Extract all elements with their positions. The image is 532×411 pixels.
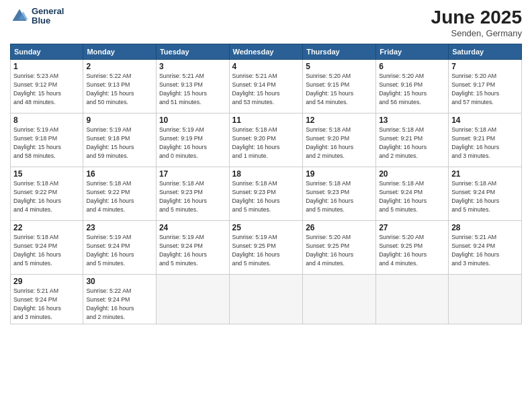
header-friday: Friday [376,44,449,60]
empty-cell-3 [303,275,376,324]
day-16: 16 Sunrise: 5:18 AMSunset: 9:22 PMDaylig… [83,167,157,221]
week-row-4: 22 Sunrise: 5:18 AMSunset: 9:24 PMDaylig… [11,221,522,275]
header: General Blue June 2025 Senden, Germany [10,7,522,38]
header-tuesday: Tuesday [156,44,229,60]
logo-line1: General [32,7,64,16]
day-28: 28 Sunrise: 5:21 AMSunset: 9:24 PMDaylig… [449,221,522,275]
header-wednesday: Wednesday [229,44,303,60]
calendar-page: General Blue June 2025 Senden, Germany S… [0,0,532,411]
day-8: 8 Sunrise: 5:19 AMSunset: 9:18 PMDayligh… [11,113,83,167]
day-2: 2 Sunrise: 5:22 AMSunset: 9:13 PMDayligh… [83,60,157,113]
day-13: 13 Sunrise: 5:18 AMSunset: 9:21 PMDaylig… [376,113,449,167]
day-25: 25 Sunrise: 5:19 AMSunset: 9:25 PMDaylig… [229,221,303,275]
day-17: 17 Sunrise: 5:18 AMSunset: 9:23 PMDaylig… [156,167,229,221]
day-21: 21 Sunrise: 5:18 AMSunset: 9:24 PMDaylig… [449,167,522,221]
day-11: 11 Sunrise: 5:18 AMSunset: 9:20 PMDaylig… [229,113,303,167]
day-15: 15 Sunrise: 5:18 AMSunset: 9:22 PMDaylig… [11,167,83,221]
day-7: 7 Sunrise: 5:20 AMSunset: 9:17 PMDayligh… [449,60,522,113]
day-19: 19 Sunrise: 5:18 AMSunset: 9:23 PMDaylig… [303,167,376,221]
day-23: 23 Sunrise: 5:19 AMSunset: 9:24 PMDaylig… [83,221,157,275]
day-9: 9 Sunrise: 5:19 AMSunset: 9:18 PMDayligh… [83,113,157,167]
week-row-1: 1 Sunrise: 5:23 AMSunset: 9:12 PMDayligh… [11,60,522,113]
day-29: 29 Sunrise: 5:21 AMSunset: 9:24 PMDaylig… [11,275,83,324]
day-6: 6 Sunrise: 5:20 AMSunset: 9:16 PMDayligh… [376,60,449,113]
empty-cell-4 [376,275,449,324]
day-1: 1 Sunrise: 5:23 AMSunset: 9:12 PMDayligh… [11,60,83,113]
weekday-header-row: Sunday Monday Tuesday Wednesday Thursday… [11,44,522,60]
day-22: 22 Sunrise: 5:18 AMSunset: 9:24 PMDaylig… [11,221,83,275]
day-10: 10 Sunrise: 5:19 AMSunset: 9:19 PMDaylig… [156,113,229,167]
header-monday: Monday [83,44,157,60]
day-4: 4 Sunrise: 5:21 AMSunset: 9:14 PMDayligh… [229,60,303,113]
logo-line2: Blue [32,16,64,26]
day-27: 27 Sunrise: 5:20 AMSunset: 9:25 PMDaylig… [376,221,449,275]
day-3: 3 Sunrise: 5:21 AMSunset: 9:13 PMDayligh… [156,60,229,113]
day-12: 12 Sunrise: 5:18 AMSunset: 9:20 PMDaylig… [303,113,376,167]
calendar-table: Sunday Monday Tuesday Wednesday Thursday… [10,44,522,324]
location-subtitle: Senden, Germany [431,28,522,38]
day-20: 20 Sunrise: 5:18 AMSunset: 9:24 PMDaylig… [376,167,449,221]
day-26: 26 Sunrise: 5:20 AMSunset: 9:25 PMDaylig… [303,221,376,275]
header-thursday: Thursday [303,44,376,60]
empty-cell-2 [229,275,303,324]
day-24: 24 Sunrise: 5:19 AMSunset: 9:24 PMDaylig… [156,221,229,275]
title-block: June 2025 Senden, Germany [431,7,522,38]
empty-cell-1 [156,275,229,324]
logo-text: General Blue [32,7,64,26]
day-30: 30 Sunrise: 5:22 AMSunset: 9:24 PMDaylig… [83,275,157,324]
empty-cell-5 [449,275,522,324]
logo-icon [10,7,29,26]
week-row-3: 15 Sunrise: 5:18 AMSunset: 9:22 PMDaylig… [11,167,522,221]
week-row-2: 8 Sunrise: 5:19 AMSunset: 9:18 PMDayligh… [11,113,522,167]
header-saturday: Saturday [449,44,522,60]
week-row-5: 29 Sunrise: 5:21 AMSunset: 9:24 PMDaylig… [11,275,522,324]
day-5: 5 Sunrise: 5:20 AMSunset: 9:15 PMDayligh… [303,60,376,113]
month-title: June 2025 [431,7,522,28]
header-sunday: Sunday [11,44,83,60]
day-18: 18 Sunrise: 5:18 AMSunset: 9:23 PMDaylig… [229,167,303,221]
logo: General Blue [10,7,64,26]
day-14: 14 Sunrise: 5:18 AMSunset: 9:21 PMDaylig… [449,113,522,167]
